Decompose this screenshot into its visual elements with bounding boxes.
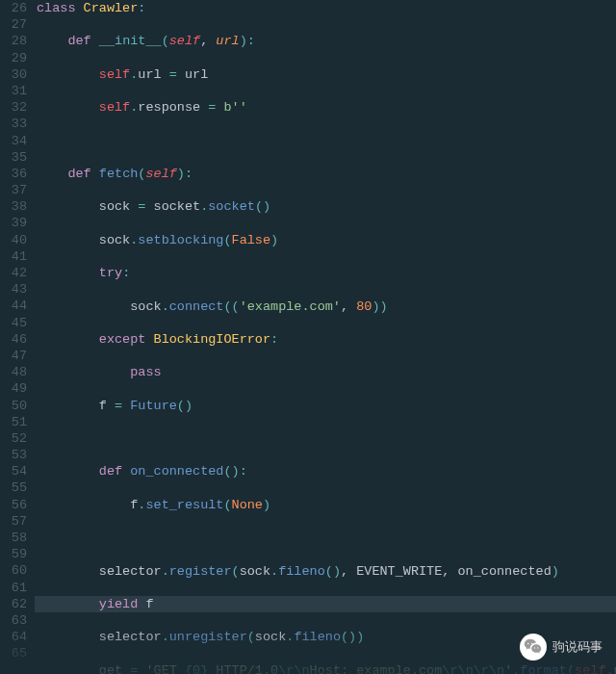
line-number: 60 [0,562,27,579]
code-line[interactable]: def on_connected(): [37,463,616,480]
watermark-label: 驹说码事 [552,638,603,655]
code-line[interactable]: sock.connect(('example.com', 80)) [37,298,616,315]
line-number: 50 [0,398,27,414]
line-number: 26 [0,0,27,16]
code-line[interactable]: try: [37,265,616,281]
code-line[interactable] [37,530,616,546]
code-line[interactable]: sock.setblocking(False) [37,232,616,248]
line-number: 49 [0,380,27,397]
code-line[interactable]: class Crawler: [37,0,616,16]
line-number: 64 [0,629,27,645]
line-number: 46 [0,331,27,348]
line-number: 29 [0,50,27,66]
line-number: 59 [0,546,27,562]
code-line[interactable]: selector.register(sock.fileno(), EVENT_W… [37,563,616,580]
line-number: 33 [0,116,27,132]
code-line[interactable]: sock = socket.socket() [37,198,616,215]
code-line[interactable] [37,430,616,447]
line-number: 35 [0,149,27,166]
line-number: 62 [0,596,27,612]
code-line[interactable]: self.response = b'' [37,99,616,116]
line-number: 37 [0,182,27,198]
code-line[interactable]: def __init__(self, url): [37,33,616,49]
line-number: 30 [0,66,27,83]
line-number: 44 [0,298,27,314]
line-number: 53 [0,447,27,463]
line-number-gutter: 2627282930313233343536373839404142434445… [0,0,35,674]
code-line[interactable]: pass [37,364,616,380]
wechat-watermark: 驹说码事 [520,634,603,661]
line-number: 58 [0,530,27,546]
wechat-icon [520,634,547,661]
line-number: 52 [0,430,27,447]
line-number: 56 [0,497,27,513]
line-number: 28 [0,33,27,49]
code-editor[interactable]: 2627282930313233343536373839404142434445… [0,0,616,674]
line-number: 40 [0,232,27,248]
code-line[interactable]: f.set_result(None) [37,497,616,513]
line-number: 63 [0,612,27,629]
code-line[interactable] [37,133,616,149]
line-number: 57 [0,513,27,530]
line-number: 27 [0,16,27,33]
code-line[interactable]: f = Future() [37,398,616,414]
line-number: 32 [0,99,27,116]
line-number: 43 [0,281,27,298]
line-number: 55 [0,480,27,496]
line-number: 51 [0,414,27,430]
code-line[interactable]: except BlockingIOError: [37,331,616,348]
code-line[interactable]: yield f [35,596,616,612]
line-number: 34 [0,133,27,149]
line-number: 39 [0,215,27,231]
line-number: 48 [0,364,27,380]
code-line[interactable]: get = 'GET {0} HTTP/1.0\r\nHost: example… [37,662,616,674]
code-line[interactable]: self.url = url [37,66,616,83]
line-number: 38 [0,198,27,215]
line-number: 54 [0,463,27,480]
line-number: 41 [0,248,27,265]
line-number: 42 [0,265,27,281]
line-number: 47 [0,348,27,364]
line-number: 31 [0,83,27,99]
code-line[interactable]: def fetch(self): [37,166,616,182]
line-number: 36 [0,166,27,182]
line-number: 65 [0,645,27,661]
line-number: 61 [0,580,27,596]
line-number: 45 [0,315,27,331]
code-content[interactable]: class Crawler: def __init__(self, url): … [35,0,616,674]
